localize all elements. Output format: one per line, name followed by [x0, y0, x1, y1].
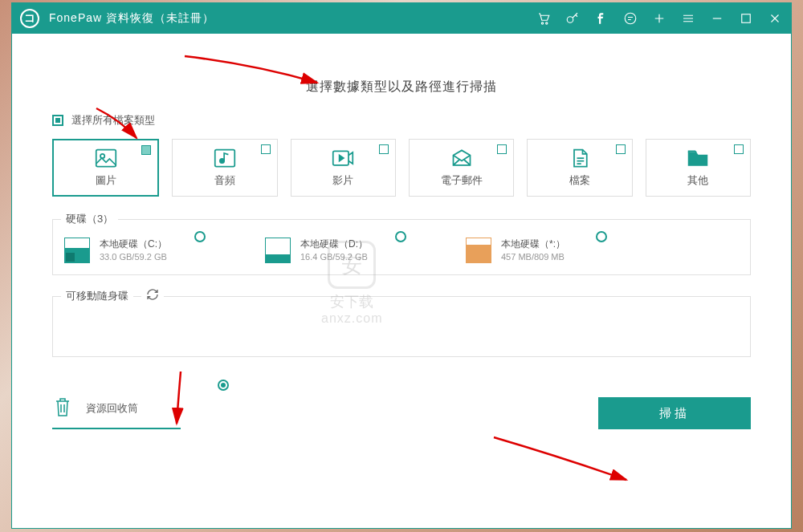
disk-item-c[interactable]: 本地硬碟（C:） 33.0 GB/59.2 GB — [64, 238, 225, 263]
type-checkbox-image[interactable] — [141, 145, 151, 155]
disk-item-other[interactable]: 本地硬碟（*:） 457 MB/809 MB — [466, 238, 626, 263]
type-card-image[interactable]: 圖片 — [52, 139, 159, 197]
cart-icon[interactable] — [536, 10, 552, 26]
svg-point-0 — [541, 22, 543, 24]
file-type-grid: 圖片 音頻 影片 電子郵件 檔案 — [52, 139, 751, 197]
type-label: 影片 — [332, 173, 353, 188]
type-label: 電子郵件 — [441, 173, 483, 188]
image-icon — [95, 148, 117, 169]
refresh-button[interactable] — [141, 288, 164, 304]
feedback-icon[interactable] — [622, 10, 638, 26]
disk-size: 16.4 GB/59.2 GB — [300, 251, 368, 263]
trash-icon — [52, 396, 73, 421]
type-card-video[interactable]: 影片 — [291, 139, 396, 197]
svg-point-3 — [625, 13, 636, 24]
type-checkbox-video[interactable] — [379, 144, 389, 154]
disk-name: 本地硬碟（*:） — [501, 238, 565, 251]
disk-item-d[interactable]: 本地硬碟（D:） 16.4 GB/59.2 GB — [265, 238, 426, 263]
svg-rect-4 — [742, 14, 751, 23]
disk-size: 457 MB/809 MB — [501, 251, 565, 263]
plus-icon[interactable] — [651, 10, 667, 26]
type-card-audio[interactable]: 音頻 — [172, 139, 277, 197]
disk-name: 本地硬碟（C:） — [100, 238, 167, 251]
titlebar: コ FonePaw 資料恢復（未註冊） — [12, 3, 791, 34]
close-icon[interactable] — [767, 10, 783, 26]
audio-icon — [214, 148, 236, 169]
type-card-other[interactable]: 其他 — [646, 139, 751, 197]
main-content: 選擇數據類型以及路徑進行掃描 選擇所有檔案類型 圖片 音頻 影片 — [12, 34, 791, 442]
type-label: 圖片 — [96, 173, 116, 188]
type-label: 音頻 — [214, 173, 235, 188]
select-all-checkbox[interactable] — [52, 115, 63, 126]
svg-point-1 — [546, 22, 548, 24]
maximize-icon[interactable] — [738, 10, 754, 26]
select-all-label: 選擇所有檔案類型 — [71, 113, 155, 128]
type-checkbox-other[interactable] — [734, 144, 744, 154]
disk-icon — [466, 238, 491, 263]
disk-radio-d[interactable] — [395, 231, 406, 242]
type-checkbox-document[interactable] — [616, 144, 626, 154]
disk-icon — [64, 238, 90, 263]
recycle-radio[interactable] — [218, 380, 229, 391]
disk-icon — [265, 238, 291, 263]
document-icon — [569, 148, 591, 169]
disk-radio-c[interactable] — [194, 231, 206, 242]
folder-icon — [687, 148, 709, 169]
type-checkbox-audio[interactable] — [261, 144, 271, 154]
video-icon — [332, 148, 354, 169]
disk-section: 硬碟（3） 本地硬碟（C:） 33.0 GB/59.2 GB 本地硬碟（D:） … — [52, 219, 751, 275]
disk-radio-other[interactable] — [596, 231, 607, 242]
type-card-email[interactable]: 電子郵件 — [409, 139, 514, 197]
scan-button[interactable]: 掃描 — [598, 397, 751, 429]
svg-point-6 — [100, 154, 104, 158]
type-label: 其他 — [687, 173, 708, 188]
svg-rect-5 — [96, 150, 116, 167]
removable-section: 可移動隨身碟 — [52, 296, 751, 357]
recycle-label: 資源回收筒 — [86, 401, 138, 416]
app-window: コ FonePaw 資料恢復（未註冊） 選擇數據類型以及路徑進行掃描 選擇所有檔… — [11, 2, 792, 529]
app-title: FonePaw 資料恢復（未註冊） — [49, 11, 214, 26]
type-checkbox-email[interactable] — [497, 144, 507, 154]
key-icon[interactable] — [565, 10, 581, 26]
facebook-icon[interactable] — [593, 10, 609, 26]
minimize-icon[interactable] — [709, 10, 725, 26]
disk-section-title: 硬碟（3） — [61, 212, 118, 226]
removable-section-title: 可移動隨身碟 — [61, 289, 133, 303]
disk-name: 本地硬碟（D:） — [300, 238, 368, 251]
recycle-bin-item[interactable]: 資源回收筒 — [52, 389, 181, 429]
page-heading: 選擇數據類型以及路徑進行掃描 — [52, 79, 751, 95]
menu-icon[interactable] — [680, 10, 696, 26]
type-card-document[interactable]: 檔案 — [527, 139, 632, 197]
email-icon — [450, 148, 473, 169]
disk-size: 33.0 GB/59.2 GB — [100, 251, 167, 263]
app-logo-icon: コ — [20, 9, 39, 28]
type-label: 檔案 — [569, 173, 590, 188]
